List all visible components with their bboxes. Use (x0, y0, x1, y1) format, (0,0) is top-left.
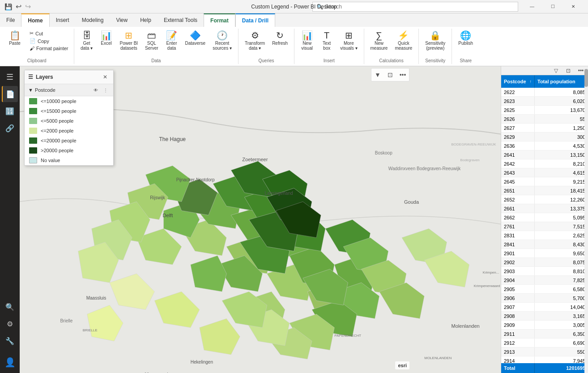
table-row[interactable]: 2641 13,150 (501, 150, 588, 159)
svg-text:MOLENLANDEN: MOLENLANDEN (424, 356, 452, 360)
excel-button[interactable]: 📊 Excel (98, 30, 115, 47)
table-row[interactable]: 2903 8,810 (501, 267, 588, 276)
quick-measure-button[interactable]: ⚡ Quickmeasure (392, 30, 415, 52)
tab-home[interactable]: Home (21, 13, 49, 27)
table-row[interactable]: 2643 4,615 (501, 168, 588, 177)
sidebar-item-filter[interactable]: ⚙ (2, 316, 18, 332)
legend-label-1: <=15000 people (41, 108, 77, 114)
table-row[interactable]: 2913 550 (501, 347, 588, 356)
sidebar-item-tools[interactable]: 🔧 (2, 333, 18, 349)
table-row[interactable]: 2907 14,040 (501, 303, 588, 312)
tab-data-drill[interactable]: Data / Drill (235, 13, 275, 27)
map-filter-btn[interactable]: ▼ (372, 69, 383, 80)
sidebar-item-data[interactable]: 🔢 (2, 103, 18, 119)
legend-label-6: No value (41, 158, 60, 163)
table-row[interactable]: 2904 7,825 (501, 276, 588, 285)
refresh-button[interactable]: ↻ Refresh (269, 30, 290, 47)
publish-button[interactable]: 🌐 Publish (456, 30, 476, 47)
table-filter-btn[interactable]: ▽ (550, 66, 561, 76)
svg-text:Krimpen...: Krimpen... (483, 270, 499, 274)
more-visuals-button[interactable]: ⊞ Morevisuals ▾ (337, 30, 360, 52)
scrollbar-thumb[interactable] (584, 69, 588, 87)
layers-close-btn[interactable]: ✕ (101, 73, 110, 81)
map-area[interactable]: The Hague Zoetermeer Rijswijk Pijnacker-… (20, 66, 501, 373)
legend-label-2: <=5000 people (41, 118, 73, 124)
cut-button[interactable]: ✂ Cut (28, 30, 70, 37)
table-row[interactable]: 2908 3,165 (501, 312, 588, 321)
table-row[interactable]: 2905 6,580 (501, 285, 588, 294)
tab-view[interactable]: View (110, 13, 134, 27)
table-row[interactable]: 2909 3,005 (501, 321, 588, 330)
table-row[interactable]: 2623 6,020 (501, 97, 588, 106)
table-row[interactable]: 2901 9,650 (501, 249, 588, 258)
tab-help[interactable]: Help (134, 13, 158, 27)
table-row[interactable]: 2626 55 (501, 115, 588, 124)
close-btn[interactable]: ✕ (563, 0, 584, 13)
power-bi-datasets-button[interactable]: ⊞ Power BIdatasets (117, 30, 141, 52)
table-row[interactable]: 2911 6,350 (501, 330, 588, 339)
sidebar-item-profile[interactable]: 👤 (2, 354, 18, 370)
paste-button[interactable]: 📋 Paste (4, 30, 26, 56)
section-more-btn[interactable]: ⋮ (102, 86, 110, 94)
sidebar-item-menu[interactable]: ☰ (2, 69, 18, 85)
table-row[interactable]: 2831 2,625 (501, 231, 588, 240)
sidebar-item-model[interactable]: 🔗 (2, 120, 18, 136)
tab-insert[interactable]: Insert (50, 13, 76, 27)
table-row[interactable]: 2642 8,210 (501, 159, 588, 168)
recent-sources-button[interactable]: 🕐 Recentsources ▾ (210, 30, 234, 52)
tab-modeling[interactable]: Modeling (76, 13, 110, 27)
transform-data-button[interactable]: ⚙ Transformdata ▾ (242, 30, 268, 52)
table-row[interactable]: 2906 5,700 (501, 294, 588, 303)
sidebar-item-search[interactable]: 🔍 (2, 299, 18, 315)
table-row[interactable]: 2651 18,415 (501, 186, 588, 195)
section-eye-btn[interactable]: 👁 (92, 86, 100, 94)
tab-external-tools[interactable]: External Tools (158, 13, 204, 27)
dataverse-button[interactable]: 🔷 Dataverse (183, 30, 209, 47)
sidebar-item-report[interactable]: 📄 (2, 86, 18, 102)
table-row[interactable]: 2761 7,515 (501, 222, 588, 231)
table-row[interactable]: 2622 8,085 (501, 88, 588, 97)
table-row[interactable]: 2652 12,260 (501, 195, 588, 204)
enter-data-button[interactable]: 📝 Enterdata (163, 30, 181, 52)
table-row[interactable]: 2914 7,945 (501, 356, 588, 363)
new-measure-button[interactable]: ∑ Newmeasure (368, 30, 391, 52)
layers-hamburger-icon: ☰ (28, 74, 33, 80)
table-row[interactable]: 2841 8,430 (501, 240, 588, 249)
get-data-button[interactable]: 🗄 Getdata ▾ (78, 30, 96, 52)
format-painter-button[interactable]: 🖌 Format painter (28, 45, 70, 52)
sql-server-button[interactable]: 🗃 SQLServer (142, 30, 161, 52)
minimize-btn[interactable]: — (522, 0, 542, 13)
header-population[interactable]: Total population (535, 75, 588, 88)
search-bar[interactable]: 🔍 (312, 2, 518, 12)
layers-title: Layers (36, 74, 53, 80)
table-row[interactable]: 2629 300 (501, 133, 588, 141)
table-row[interactable]: 2902 8,075 (501, 258, 588, 267)
map-focus-btn[interactable]: ⊡ (385, 69, 396, 80)
svg-text:BODEGRAVEN-REEUWIJK: BODEGRAVEN-REEUWIJK (451, 142, 496, 146)
title-bar: 💾 ↩ ↪ Custom Legend - Power BI Desktop 🔍… (0, 0, 588, 13)
scrollbar-track[interactable] (584, 66, 588, 373)
table-expand-btn[interactable]: ⊡ (563, 66, 574, 76)
cell-population: 13,150 (535, 150, 588, 159)
save-icon[interactable]: 💾 ↩ ↪ (4, 2, 31, 11)
sensitivity-button[interactable]: 🔒 Sensitivity(preview) (422, 30, 448, 52)
table-body[interactable]: 2622 8,085 2623 6,020 2625 13,670 2626 5… (501, 88, 588, 363)
text-box-button[interactable]: T Textbox (318, 30, 336, 52)
copy-button[interactable]: 📄 Copy (28, 37, 70, 45)
table-row[interactable]: 2636 4,530 (501, 141, 588, 150)
search-input[interactable] (325, 4, 504, 10)
tab-format[interactable]: Format (204, 13, 235, 27)
legend-color-5 (29, 147, 37, 154)
tab-file[interactable]: File (0, 13, 21, 27)
table-row[interactable]: 2661 13,375 (501, 204, 588, 213)
table-row[interactable]: 2625 13,670 (501, 106, 588, 115)
maximize-btn[interactable]: ☐ (542, 0, 563, 13)
table-row[interactable]: 2912 6,690 (501, 339, 588, 347)
table-row[interactable]: 2662 5,095 (501, 213, 588, 222)
table-row[interactable]: 2627 1,250 (501, 124, 588, 133)
table-row[interactable]: 2645 9,215 (501, 177, 588, 186)
cell-population: 55 (535, 115, 588, 123)
header-postcode[interactable]: Postcode ↑ (501, 75, 535, 88)
new-visual-button[interactable]: 📊 Newvisual (298, 30, 316, 52)
map-more-btn[interactable]: ••• (397, 69, 408, 80)
